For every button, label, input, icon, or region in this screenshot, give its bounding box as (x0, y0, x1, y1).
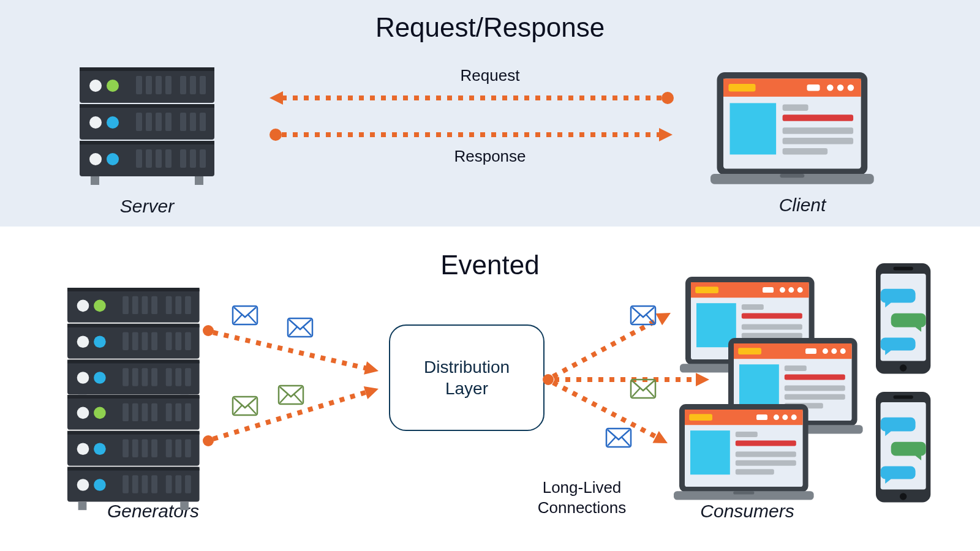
distribution-layer-box: Distribution Layer (389, 324, 545, 431)
generator-server-1-icon (67, 288, 200, 403)
svg-point-60 (203, 325, 214, 336)
envelope-icon (279, 386, 303, 404)
fanout-arrow-2 (554, 373, 709, 386)
title-request-response: Request/Response (0, 12, 980, 43)
envelope-icon (288, 318, 312, 337)
label-generators: Generators (67, 501, 239, 522)
fanout-arrow-1 (553, 307, 674, 377)
generator-server-2-icon (67, 395, 200, 510)
label-response: Response (0, 147, 980, 166)
distribution-layer-label: Distribution Layer (424, 356, 510, 399)
svg-line-61 (213, 332, 368, 369)
svg-line-67 (553, 383, 658, 438)
gen1-arrow (203, 325, 380, 378)
label-longlived: Long-Lived Connections (502, 478, 662, 517)
label-request: Request (0, 66, 980, 85)
label-consumers: Consumers (655, 501, 839, 522)
envelope-icon (606, 429, 631, 447)
envelope-icon (631, 306, 655, 324)
envelope-icon (631, 380, 655, 398)
svg-line-63 (213, 392, 368, 439)
svg-line-65 (553, 318, 660, 377)
consumer-laptop-2-icon (723, 338, 863, 434)
label-server: Server (67, 196, 227, 217)
fanout-arrow-3 (553, 383, 671, 449)
envelope-icon (233, 397, 257, 415)
envelope-icon (233, 306, 257, 324)
title-evented: Evented (0, 250, 980, 280)
gen2-arrow (203, 382, 380, 446)
consumer-laptop-3-icon (674, 404, 814, 500)
consumer-phone-2-icon (876, 392, 930, 503)
consumer-laptop-1-icon (680, 277, 820, 373)
svg-point-62 (203, 435, 214, 446)
label-client: Client (723, 195, 882, 216)
